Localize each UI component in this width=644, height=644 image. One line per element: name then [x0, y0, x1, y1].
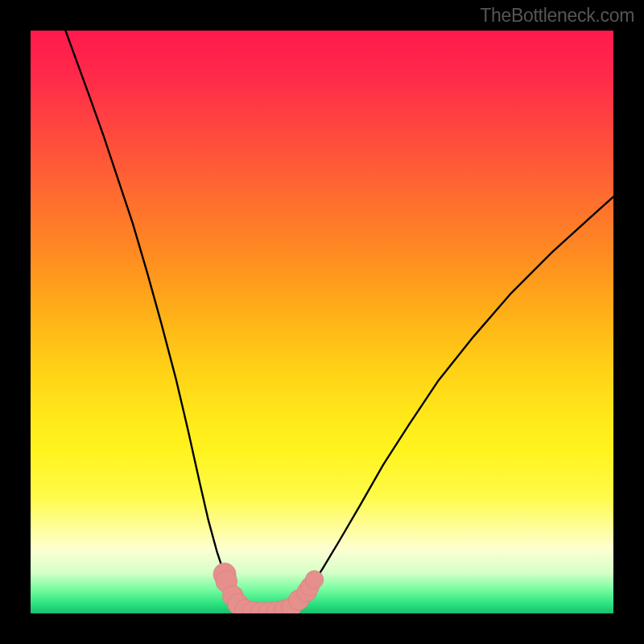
- watermark-text: TheBottleneck.com: [480, 5, 634, 27]
- chart-frame: TheBottleneck.com: [0, 0, 644, 644]
- chart-svg: [31, 31, 613, 613]
- bottleneck-curve: [65, 31, 613, 613]
- curve-marker: [305, 571, 323, 588]
- plot-area: [31, 31, 613, 613]
- curve-markers: [213, 563, 324, 613]
- curve-path: [65, 31, 613, 613]
